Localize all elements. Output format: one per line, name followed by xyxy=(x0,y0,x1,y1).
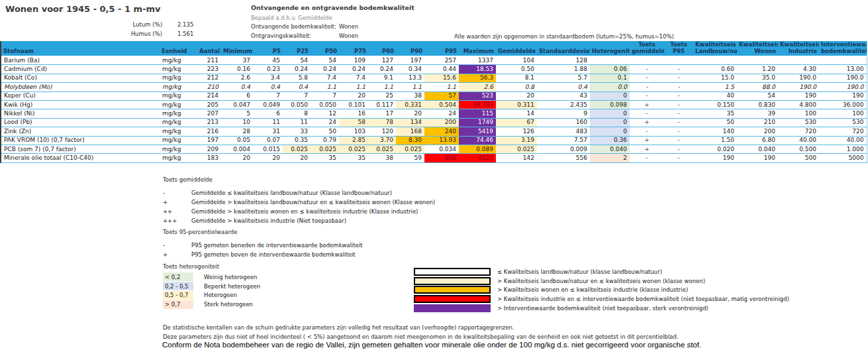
cell-standaarddeviatie: 9 xyxy=(537,109,590,118)
cell-toets-p95: - xyxy=(664,127,693,136)
cell-heterogeniteit: 0.06 xyxy=(590,65,630,74)
cell-p50: 12 xyxy=(311,109,339,118)
lutum-value: 2.135 xyxy=(177,21,193,28)
column-header-kw-industrie: Kwaliteitseis Industrie xyxy=(778,41,819,56)
cell-aantal: 216 xyxy=(197,127,221,136)
legend-toets-p95: Toets 95-percentielwaarde -P95 gemeten b… xyxy=(163,229,363,259)
column-header-kw-landbouw-natuur: Kwaliteitseis Landbouw/natuur xyxy=(693,41,737,56)
cell-stofnaam: Molybdeen (Mo) xyxy=(1,83,160,91)
cell-p75: 0.24 xyxy=(339,65,368,74)
cell-stofnaam: Zink (Zn) xyxy=(1,127,160,136)
cell-p90: 20 xyxy=(396,109,424,118)
legend-symbol: - xyxy=(163,190,191,196)
cell-p5: 0.015 xyxy=(253,145,283,153)
legend-item: +P95 gemeten boven de interventiewaarde … xyxy=(163,250,363,259)
cell-eenheid: mg/kg xyxy=(160,74,197,82)
column-header-stofnaam: Stofnaam xyxy=(1,41,160,56)
ontvangende-value: Wonen xyxy=(339,23,358,30)
cell-p5: 0.23 xyxy=(253,65,283,74)
color-legend: ≤ Kwaliteitseis landbouw/natuur (klasse … xyxy=(414,267,789,312)
ontgraving-value: Wonen xyxy=(339,32,358,39)
cell-interventiewaarde: 190.0 xyxy=(819,83,867,91)
cell-aantal: 183 xyxy=(197,154,221,162)
legend-heterogeniteit: Toets heterogeniteit < 0,2Weinig heterog… xyxy=(163,263,260,309)
cell-eenheid: mg/kg xyxy=(160,109,197,118)
cell-kw-industrie xyxy=(778,56,819,65)
cell-p5: 11 xyxy=(253,118,283,127)
legend-item: +++Gemiddelde > kwaliteitseis industrie … xyxy=(163,216,435,225)
cell-p25: 7 xyxy=(283,91,311,100)
cell-kw-wonen: 210 xyxy=(737,118,778,127)
cell-minimum: 0.4 xyxy=(221,83,253,91)
legend-symbol: +++ xyxy=(163,217,191,224)
cell-kw-industrie: 4.30 xyxy=(778,65,819,74)
cell-standaarddeviatie: 483 xyxy=(537,127,590,136)
legend-text: Gemiddelde > kwaliteitseis wonen en ≤ kw… xyxy=(191,208,418,215)
legend-heading: Toets gemiddelde xyxy=(163,176,435,183)
cell-toets-gemiddelde: + xyxy=(630,118,664,127)
cell-minimum: 6 xyxy=(221,91,253,100)
standaardbodem-note: Alle waarden zijn opgenomen in standaard… xyxy=(454,33,674,40)
ontvangende-label: Ontvangende bodemkwaliteit: xyxy=(251,23,336,30)
column-header-p95: P95 xyxy=(424,41,459,56)
cell-kw-wonen: 1.20 xyxy=(737,65,778,74)
cell-standaarddeviatie: 7.57 xyxy=(537,136,590,145)
cell-aantal: 213 xyxy=(197,118,221,127)
legend-text: Heterogeen xyxy=(204,292,237,298)
cell-p75: 16 xyxy=(339,109,368,118)
cell-eenheid: mg/kg xyxy=(160,136,197,145)
table-row: Kwik (Hg)mg/kg2050.0470.0490.0500.0500.1… xyxy=(1,100,867,109)
cell-p5: 31 xyxy=(253,127,283,136)
footnote-2: Deze parameters zijn dus niet of heel in… xyxy=(163,333,679,340)
cell-interventiewaarde: 190 xyxy=(819,91,867,100)
cell-standaarddeviatie: 5.7 xyxy=(537,74,590,82)
cell-gemiddelde: 20 xyxy=(496,91,537,100)
column-header-maximum: Maximum xyxy=(459,41,496,56)
cell-p75: 58 xyxy=(339,118,368,127)
cell-toets-p95: - xyxy=(664,83,693,91)
cell-p5: 0.049 xyxy=(253,100,283,109)
cell-p25: 11 xyxy=(283,118,311,127)
cell-toets-p95: - xyxy=(664,74,693,82)
cell-standaarddeviatie: 0.4 xyxy=(537,83,590,91)
cell-aantal: 210 xyxy=(197,83,221,91)
legend-symbol: ++ xyxy=(163,208,191,215)
cell-toets-p95: - xyxy=(664,145,693,153)
cell-eenheid: mg/kg xyxy=(160,91,197,100)
cell-p75: 0.025 xyxy=(339,145,368,153)
table-row: Molybdeen (Mo)mg/kg2100.40.40.41.11.11.1… xyxy=(1,83,867,91)
info-heading: Ontvangende en ontgravende bodemkwalitei… xyxy=(251,4,414,11)
column-header-gemiddelde: Gemiddelde xyxy=(496,41,537,56)
cell-stofnaam: PCB (som 7) (0,7 factor) xyxy=(1,145,160,153)
cell-p95: 15.6 xyxy=(424,74,459,82)
cell-aantal: 223 xyxy=(197,65,221,74)
cell-maximum: 115 xyxy=(459,109,496,118)
cell-p80: 78 xyxy=(368,118,396,127)
color-swatch xyxy=(414,268,491,276)
legend-symbol: + xyxy=(163,251,191,258)
column-header-p25: P25 xyxy=(283,41,311,56)
cell-p95: 200 xyxy=(424,118,459,127)
cell-toets-p95 xyxy=(664,56,693,65)
cell-p80: 17 xyxy=(368,109,396,118)
cell-p25: 20 xyxy=(283,154,311,162)
cell-p50: 7.4 xyxy=(311,74,339,82)
cell-kw-wonen: 35.0 xyxy=(737,74,778,82)
cell-minimum: 5 xyxy=(221,109,253,118)
cell-eenheid: mg/kg xyxy=(160,118,197,127)
cell-p90: 1.1 xyxy=(396,83,424,91)
table-row: Barium (Ba)mg/kg211374554541091271972571… xyxy=(1,56,867,65)
color-legend-item: > Interventiewaarde bodemkwaliteit (niet… xyxy=(414,304,789,313)
legend-text: > Kwaliteitseis wonen en ≤ kwaliteitseis… xyxy=(497,286,688,293)
cell-p5: 0.4 xyxy=(253,83,283,91)
cell-p75: 1.1 xyxy=(339,83,368,91)
cell-p80: 3.70 xyxy=(368,136,396,145)
cell-kw-industrie: 40.00 xyxy=(778,136,819,145)
heterogeniteit-legend-item: 0,5 - 0,7Heterogeen xyxy=(163,291,260,300)
cell-maximum: 0.089 xyxy=(459,145,496,153)
column-header-interventiewaarde: Interventiewaarde bodemkwaliteit xyxy=(819,41,867,56)
cell-kw-industrie: 100 xyxy=(778,109,819,118)
cell-eenheid: mg/kg xyxy=(160,127,197,136)
cell-heterogeniteit: 0.1 xyxy=(590,74,630,82)
cell-heterogeniteit xyxy=(590,56,630,65)
